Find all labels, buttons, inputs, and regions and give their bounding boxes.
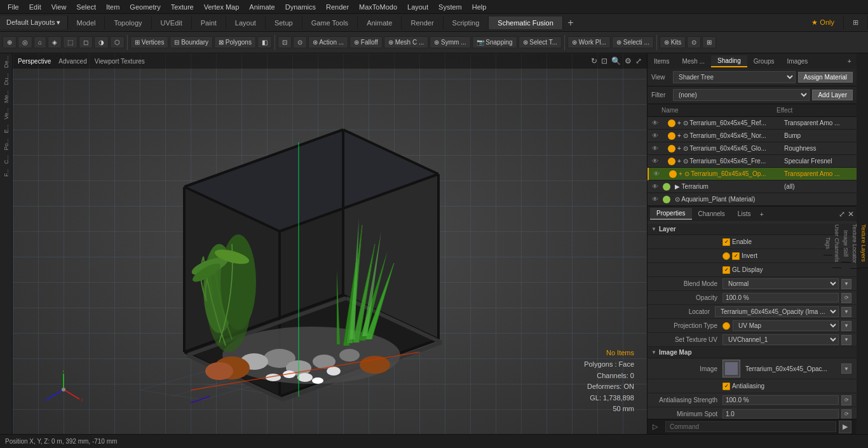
- tab-topology[interactable]: Topology: [105, 17, 151, 29]
- tool-half[interactable]: ◑: [94, 36, 109, 48]
- eye-icon-1[interactable]: 👁: [650, 118, 660, 128]
- opacity-input[interactable]: [722, 293, 839, 302]
- props-tab-channels[interactable]: Channels: [692, 208, 731, 219]
- projection-dropdown[interactable]: UV Map: [733, 320, 839, 331]
- expand-btn[interactable]: ⊞: [844, 16, 868, 29]
- aa-strength-input[interactable]: [722, 395, 839, 405]
- menu-maxtomodo[interactable]: MaxToModo: [354, 2, 402, 12]
- icon-btn2[interactable]: ⊡: [278, 36, 292, 48]
- tex-tab-still[interactable]: Image Still: [841, 225, 850, 262]
- texture-uv-arrow[interactable]: ▼: [841, 335, 851, 345]
- tool-plus[interactable]: ⊕: [3, 36, 17, 48]
- sidebar-me[interactable]: Me...: [2, 88, 11, 105]
- locator-arrow[interactable]: ▼: [841, 307, 851, 317]
- projection-arrow[interactable]: ▼: [841, 321, 851, 331]
- falloff-btn[interactable]: ⊛ Falloff: [349, 36, 383, 48]
- projection-radio[interactable]: [722, 322, 730, 330]
- tool-circle[interactable]: ◎: [18, 36, 32, 48]
- props-icon-close[interactable]: ✕: [848, 210, 854, 219]
- menu-edit[interactable]: Edit: [24, 2, 46, 12]
- texture-uv-dropdown[interactable]: UVChannel_1: [722, 334, 839, 345]
- menu-layout[interactable]: Layout: [402, 2, 433, 12]
- add-workspace-btn[interactable]: +: [563, 15, 578, 31]
- eye-icon-6[interactable]: 👁: [650, 182, 660, 192]
- menu-texture[interactable]: Texture: [166, 2, 199, 12]
- tool-select[interactable]: ◈: [48, 36, 62, 48]
- blend-mode-dropdown[interactable]: Normal: [722, 278, 839, 289]
- icon-btn3[interactable]: ⊙: [293, 36, 307, 48]
- tex-tab-layers[interactable]: Texture Layers: [859, 219, 868, 268]
- menu-view[interactable]: View: [46, 2, 72, 12]
- layer-section-arrow[interactable]: ▼: [651, 226, 656, 232]
- image-preview[interactable]: [722, 360, 740, 377]
- panel-tab-groups[interactable]: Groups: [747, 56, 781, 67]
- tool-square[interactable]: ◻: [79, 36, 93, 48]
- menu-help[interactable]: Help: [467, 2, 492, 12]
- tab-layout[interactable]: Layout: [226, 17, 266, 29]
- only-btn[interactable]: ★ Only: [803, 16, 844, 29]
- tab-render[interactable]: Render: [402, 17, 443, 29]
- menu-geometry[interactable]: Geometry: [125, 2, 165, 12]
- vp-icon-settings[interactable]: ⚙: [625, 57, 632, 65]
- right-icon2[interactable]: ⊞: [702, 36, 716, 48]
- layer-row[interactable]: 👁 + ⊙ Terrarium_60x45x45_Glo... Roughnes…: [648, 142, 857, 155]
- tab-paint[interactable]: Paint: [192, 17, 226, 29]
- tab-animate[interactable]: Animate: [358, 17, 402, 29]
- menu-system[interactable]: System: [433, 2, 467, 12]
- vp-icon-zoom[interactable]: 🔍: [611, 57, 621, 65]
- layer-row-terrarium[interactable]: 👁 ▶ Terrarium (all): [648, 180, 857, 193]
- gldisplay-checkbox[interactable]: ✓: [722, 266, 730, 274]
- sidebar-po[interactable]: Po...: [2, 136, 11, 153]
- add-layer-btn[interactable]: Add Layer: [812, 90, 853, 100]
- menu-animate[interactable]: Animate: [244, 2, 280, 12]
- tool-home[interactable]: ⌂: [34, 36, 46, 48]
- blend-mode-arrow[interactable]: ▼: [841, 279, 851, 289]
- symm-btn[interactable]: ⊛ Symm ...: [430, 36, 470, 48]
- sidebar-de[interactable]: De...: [2, 53, 11, 71]
- sidebar-e[interactable]: E...: [2, 122, 11, 136]
- vp-tab-perspective[interactable]: Perspective: [18, 58, 51, 65]
- vp-icon-rotate[interactable]: ↻: [591, 57, 597, 65]
- props-tab-add[interactable]: +: [759, 210, 763, 218]
- min-spot-input[interactable]: [722, 409, 839, 419]
- vp-tab-advanced[interactable]: Advanced: [58, 58, 86, 65]
- menu-vertexmap[interactable]: Vertex Map: [199, 2, 245, 12]
- sidebar-ve[interactable]: Ve...: [2, 105, 11, 122]
- panel-tab-images[interactable]: Images: [781, 56, 815, 67]
- image-arrow[interactable]: ▼: [841, 363, 851, 374]
- layer-row-active[interactable]: 👁 + ⊙ Terrarium_60x45x45_Op... Transpare…: [648, 168, 857, 180]
- sidebar-f[interactable]: F...: [2, 166, 11, 179]
- sidebar-du[interactable]: Du...: [2, 71, 11, 88]
- selecti-btn[interactable]: ⊛ Selecti ...: [612, 36, 654, 48]
- view-dropdown[interactable]: Shader Tree: [673, 71, 796, 83]
- icon-btn1[interactable]: ◧: [257, 36, 272, 48]
- layer-row-plant[interactable]: 👁 ⊙ Aquarium_Plant (Material): [648, 193, 857, 206]
- polygons-btn[interactable]: ⊠ Polygons: [214, 36, 256, 48]
- command-input[interactable]: [665, 421, 836, 432]
- layer-row[interactable]: 👁 + ⊙ Terrarium_60x45x45_Ref... Transpar…: [648, 117, 857, 130]
- opacity-arrow[interactable]: ⟳: [841, 293, 851, 303]
- boundary-btn[interactable]: ⊟ Boundary: [170, 36, 213, 48]
- menu-item[interactable]: Item: [101, 2, 125, 12]
- props-icon-expand[interactable]: ⤢: [839, 210, 845, 219]
- tex-tab-tags[interactable]: Tags: [824, 232, 832, 255]
- invert-checkbox[interactable]: ✓: [732, 252, 740, 260]
- layer-row[interactable]: 👁 + ⊙ Terrarium_60x45x45_Fre... Specular…: [648, 155, 857, 168]
- menu-select[interactable]: Select: [71, 2, 101, 12]
- tex-tab-locator[interactable]: Texture Locator: [850, 219, 859, 269]
- menu-dynamics[interactable]: Dynamics: [280, 2, 321, 12]
- layouts-dropdown[interactable]: Default Layouts ▾: [0, 16, 68, 29]
- aa-strength-arrow[interactable]: ⟳: [841, 395, 851, 405]
- eye-icon-7[interactable]: 👁: [650, 194, 660, 205]
- sidebar-c[interactable]: C...: [2, 153, 11, 166]
- command-send-btn[interactable]: ▶: [839, 421, 851, 433]
- vp-icon-expand[interactable]: ⤢: [635, 57, 642, 65]
- tool-hex[interactable]: ⬡: [110, 36, 125, 48]
- vp-tab-textures[interactable]: Viewport Textures: [95, 58, 145, 65]
- locator-dropdown[interactable]: Terrarium_60x45x45_Opacity (Ima ...: [715, 306, 839, 317]
- eye-icon-5[interactable]: 👁: [651, 169, 661, 179]
- action-btn[interactable]: ⊛ Action ...: [308, 36, 348, 48]
- eye-icon-3[interactable]: 👁: [650, 144, 660, 154]
- eye-icon-4[interactable]: 👁: [650, 156, 660, 166]
- min-spot-arrow[interactable]: ⟳: [841, 409, 851, 419]
